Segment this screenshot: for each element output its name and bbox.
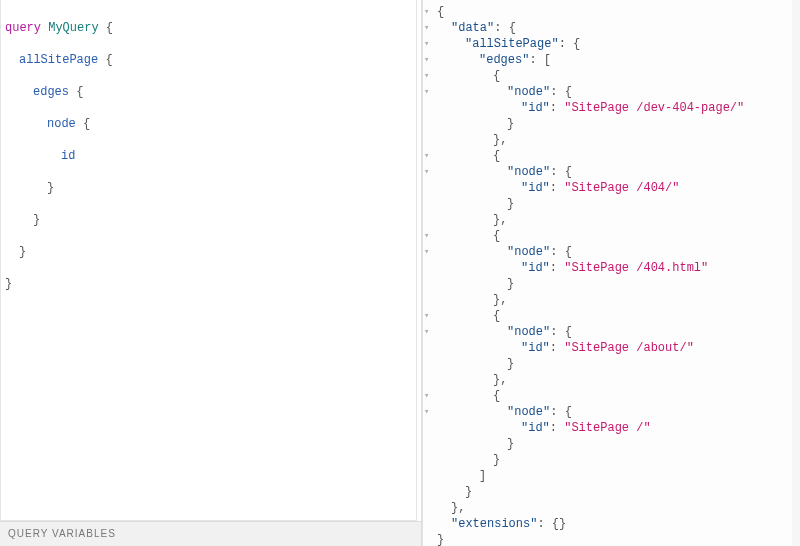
- fold-arrow-icon[interactable]: ▾: [424, 324, 429, 340]
- query-field-node: node: [47, 117, 76, 131]
- fold-arrow-icon[interactable]: ▾: [424, 20, 429, 36]
- fold-arrow-icon[interactable]: ▾: [424, 404, 429, 420]
- fold-arrow-icon[interactable]: ▾: [424, 36, 429, 52]
- scrollbar-track[interactable]: [792, 0, 800, 546]
- fold-arrow-icon[interactable]: ▾: [424, 164, 429, 180]
- query-editor[interactable]: query MyQuery { allSitePage { edges { no…: [0, 0, 417, 521]
- fold-arrow-icon[interactable]: ▾: [424, 84, 429, 100]
- fold-arrow-icon[interactable]: ▾: [424, 4, 429, 20]
- result-viewer[interactable]: {"data": {"allSitePage": {"edges": [{"no…: [423, 0, 800, 546]
- fold-arrow-icon[interactable]: ▾: [424, 244, 429, 260]
- fold-arrow-icon[interactable]: ▾: [424, 68, 429, 84]
- fold-arrow-icon[interactable]: ▾: [424, 148, 429, 164]
- query-field-root: allSitePage: [19, 53, 98, 67]
- fold-arrow-icon[interactable]: ▾: [424, 308, 429, 324]
- query-editor-pane: query MyQuery { allSitePage { edges { no…: [0, 0, 422, 546]
- fold-arrow-icon[interactable]: ▾: [424, 388, 429, 404]
- query-variables-toggle[interactable]: QUERY VARIABLES: [0, 521, 421, 546]
- result-fold-gutter: ▾ ▾ ▾ ▾ ▾ ▾ ▾ ▾ ▾ ▾ ▾ ▾ ▾ ▾: [423, 0, 433, 546]
- query-field-edges: edges: [33, 85, 69, 99]
- query-field-id: id: [61, 149, 75, 163]
- query-keyword: query: [5, 21, 41, 35]
- result-pane: ▾ ▾ ▾ ▾ ▾ ▾ ▾ ▾ ▾ ▾ ▾ ▾ ▾ ▾ {"data": {"a…: [422, 0, 800, 546]
- query-code[interactable]: query MyQuery { allSitePage { edges { no…: [1, 0, 416, 328]
- result-code: {"data": {"allSitePage": {"edges": [{"no…: [433, 0, 800, 546]
- fold-arrow-icon[interactable]: ▾: [424, 52, 429, 68]
- fold-arrow-icon[interactable]: ▾: [424, 228, 429, 244]
- query-variables-label: QUERY VARIABLES: [8, 528, 116, 539]
- query-operation-name: MyQuery: [48, 21, 98, 35]
